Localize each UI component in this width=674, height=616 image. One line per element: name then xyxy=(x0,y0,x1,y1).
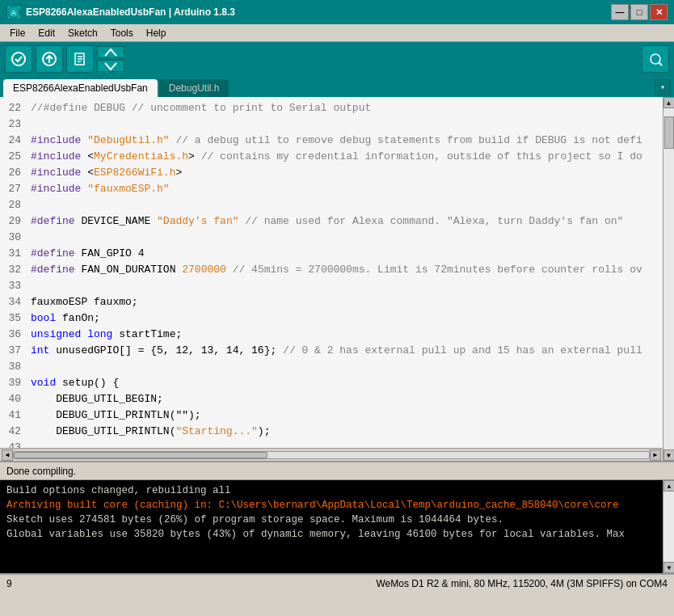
status-bar: 9 WeMos D1 R2 & mini, 80 MHz, 115200, 4M… xyxy=(0,573,674,593)
minimize-button[interactable]: — xyxy=(611,4,629,20)
serial-monitor-button[interactable] xyxy=(642,45,669,73)
code-line-40: DEBUG_UTIL_BEGIN; xyxy=(31,391,658,407)
menu-file[interactable]: File xyxy=(3,26,32,40)
hscrollbar-track[interactable] xyxy=(13,451,650,459)
titlebar-left: A ESP8266AlexaEnabledUsbFan | Arduino 1.… xyxy=(6,5,235,19)
code-lines: //#define DEBUG // uncomment to print to… xyxy=(26,97,663,448)
scroll-down-arrow[interactable]: ▼ xyxy=(663,449,675,461)
app-icon: A xyxy=(6,5,21,19)
tab-dropdown-button[interactable]: ▾ xyxy=(655,79,671,95)
save-button[interactable] xyxy=(97,60,124,72)
output-line-1: Build options changed, rebuilding all xyxy=(6,483,656,498)
code-line-43 xyxy=(31,440,658,448)
code-line-22: //#define DEBUG // uncomment to print to… xyxy=(31,100,658,116)
menu-edit[interactable]: Edit xyxy=(32,26,61,40)
board-info: WeMos D1 R2 & mini, 80 MHz, 115200, 4M (… xyxy=(376,578,668,589)
menubar: File Edit Sketch Tools Help xyxy=(0,24,674,42)
hscrollbar-thumb[interactable] xyxy=(14,452,267,458)
code-line-27: #include "fauxmoESP.h" xyxy=(31,181,658,197)
output-console[interactable]: Build options changed, rebuilding all Ar… xyxy=(0,480,663,573)
code-line-23 xyxy=(31,116,658,133)
vscroll-thumb[interactable] xyxy=(664,116,674,149)
horizontal-scrollbar[interactable]: ◀ ▶ xyxy=(0,448,663,461)
code-line-29: #define DEVICE_NAME "Daddy's fan" // nam… xyxy=(31,213,658,230)
close-button[interactable]: ✕ xyxy=(650,4,668,20)
output-scroll-down[interactable]: ▼ xyxy=(663,562,674,573)
code-line-36: unsigned long startTime; xyxy=(31,327,658,343)
svg-text:A: A xyxy=(11,9,16,17)
code-editor[interactable]: 22 23 24 25 26 27 28 29 30 31 32 33 34 3… xyxy=(0,97,663,448)
tab-debugutil[interactable]: DebugUtil.h xyxy=(159,79,230,97)
status-text: Done compiling. xyxy=(6,466,76,477)
output-main: Build options changed, rebuilding all Ar… xyxy=(0,480,663,573)
tab-main[interactable]: ESP8266AlexaEnabledUsbFan xyxy=(3,79,158,97)
line-number: 9 xyxy=(6,578,12,589)
code-container: 22 23 24 25 26 27 28 29 30 31 32 33 34 3… xyxy=(0,97,663,448)
code-line-33 xyxy=(31,278,658,294)
code-line-38 xyxy=(31,359,658,375)
code-line-25: #include <MyCredentials.h> // contains m… xyxy=(31,149,658,165)
code-line-35: bool fanOn; xyxy=(31,310,658,327)
window-controls[interactable]: — □ ✕ xyxy=(611,4,668,20)
verify-button[interactable] xyxy=(5,45,32,73)
output-vscroll-track xyxy=(663,492,674,562)
code-line-30 xyxy=(31,230,658,246)
editor-main: 22 23 24 25 26 27 28 29 30 31 32 33 34 3… xyxy=(0,97,663,461)
open-button[interactable] xyxy=(97,46,124,58)
svg-point-9 xyxy=(651,54,660,64)
code-line-32: #define FAN_ON_DURATION 2700000 // 45min… xyxy=(31,262,658,278)
titlebar: A ESP8266AlexaEnabledUsbFan | Arduino 1.… xyxy=(0,0,674,24)
toolbar xyxy=(0,42,674,76)
svg-line-10 xyxy=(659,63,663,66)
output-scrollbar[interactable]: ▲ ▼ xyxy=(663,480,674,573)
code-line-34: fauxmoESP fauxmo; xyxy=(31,294,658,310)
menu-sketch[interactable]: Sketch xyxy=(61,26,104,40)
window-title: ESP8266AlexaEnabledUsbFan | Arduino 1.8.… xyxy=(26,6,235,18)
output-line-4: Global variables use 35820 bytes (43%) o… xyxy=(6,527,656,542)
code-line-41: DEBUG_UTIL_PRINTLN(""); xyxy=(31,407,658,424)
scroll-up-arrow[interactable]: ▲ xyxy=(663,97,675,108)
editor-area: 22 23 24 25 26 27 28 29 30 31 32 33 34 3… xyxy=(0,97,674,461)
line-numbers: 22 23 24 25 26 27 28 29 30 31 32 33 34 3… xyxy=(0,97,26,448)
new-button[interactable] xyxy=(66,45,94,73)
menu-tools[interactable]: Tools xyxy=(104,26,140,40)
output-line-2: Archiving built core (caching) in: C:\Us… xyxy=(6,498,656,513)
upload-button[interactable] xyxy=(36,45,63,73)
compilation-status: Done compiling. xyxy=(0,461,674,480)
svg-point-2 xyxy=(12,53,25,65)
vscroll-track xyxy=(663,108,675,449)
output-line-3: Sketch uses 274581 bytes (26%) of progra… xyxy=(6,513,656,527)
code-line-26: #include <ESP8266WiFi.h> xyxy=(31,165,658,181)
vertical-scrollbar[interactable]: ▲ ▼ xyxy=(663,97,674,461)
output-section: Build options changed, rebuilding all Ar… xyxy=(0,480,674,573)
tabs: ESP8266AlexaEnabledUsbFan DebugUtil.h ▾ xyxy=(0,76,674,97)
maximize-button[interactable]: □ xyxy=(630,4,648,20)
output-scroll-up[interactable]: ▲ xyxy=(663,480,674,492)
code-line-28 xyxy=(31,197,658,213)
code-line-37: int unusedGPIO[] = {5, 12, 13, 14, 16}; … xyxy=(31,343,658,359)
code-line-39: void setup() { xyxy=(31,375,658,391)
code-line-31: #define FAN_GPIO 4 xyxy=(31,246,658,262)
code-line-42: DEBUG_UTIL_PRINTLN("Starting..."); xyxy=(31,424,658,440)
menu-help[interactable]: Help xyxy=(140,26,173,40)
code-line-24: #include "DebugUtil.h" // a debug util t… xyxy=(31,133,658,149)
scroll-right-arrow[interactable]: ▶ xyxy=(650,449,661,461)
scroll-left-arrow[interactable]: ◀ xyxy=(2,449,13,461)
